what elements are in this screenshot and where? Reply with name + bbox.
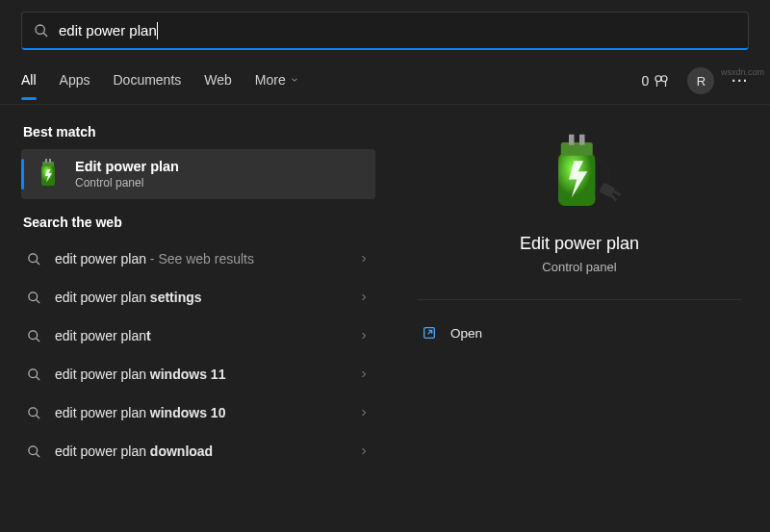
search-icon [27,291,41,305]
svg-point-3 [661,76,667,82]
best-match-title: Edit power plan [75,159,179,174]
search-icon [27,329,41,343]
svg-point-0 [36,25,44,34]
chevron-right-icon [358,253,370,265]
results-left-column: Best match Edit power plan Control panel… [21,118,375,470]
web-result-item[interactable]: edit power plan - See web results [21,240,375,278]
detail-pane: Edit power plan Control panel Open [375,118,762,470]
web-result-text: edit power plan - See web results [55,251,358,266]
chevron-down-icon [290,75,299,85]
chevron-right-icon [358,291,370,303]
search-icon [27,444,41,459]
search-icon [27,406,41,420]
svg-point-19 [29,445,38,454]
chevron-right-icon [358,330,370,342]
web-result-item[interactable]: edit power plant [21,317,375,355]
svg-point-17 [29,407,38,416]
svg-rect-24 [579,135,585,145]
detail-title: Edit power plan [520,234,639,254]
svg-rect-5 [42,162,54,166]
detail-card: Edit power plan Control panel [418,126,741,300]
web-result-item[interactable]: edit power plan windows 10 [21,393,375,432]
svg-point-2 [655,76,661,82]
search-input-text[interactable]: edit power plan [59,22,157,38]
svg-line-28 [614,191,621,195]
web-result-item[interactable]: edit power plan windows 11 [21,355,375,393]
svg-rect-22 [561,142,593,156]
svg-line-16 [37,376,39,379]
search-icon [27,252,41,266]
svg-line-12 [37,299,39,302]
section-best-match-header: Best match [23,124,373,139]
web-result-item[interactable]: edit power plan settings [21,278,375,317]
svg-rect-7 [49,159,51,163]
search-bar[interactable]: edit power plan [21,12,749,50]
power-plan-icon [33,159,64,190]
web-result-text: edit power plan settings [55,290,358,305]
user-avatar[interactable]: R [687,67,714,94]
svg-line-27 [611,195,617,201]
svg-line-18 [37,415,39,418]
open-action[interactable]: Open [418,314,741,352]
chevron-right-icon [358,368,370,380]
search-icon [27,367,41,382]
best-match-subtitle: Control panel [75,176,179,190]
open-label: Open [450,326,482,341]
svg-line-14 [37,338,39,341]
web-result-text: edit power plan download [55,443,358,459]
text-cursor [157,22,158,39]
rewards-count: 0 [642,73,650,89]
filter-tabs: All Apps Documents Web More [21,72,299,99]
tab-documents[interactable]: Documents [113,72,181,99]
web-results-list: edit power plan - See web resultsedit po… [21,240,375,470]
tab-apps[interactable]: Apps [60,72,90,99]
filter-tabs-row: All Apps Documents Web More 0 R ··· [0,50,770,105]
svg-rect-23 [569,135,575,145]
detail-actions: Open [418,300,741,352]
search-icon [34,23,49,38]
open-icon [422,325,437,341]
svg-line-10 [37,261,39,264]
tab-more[interactable]: More [255,72,299,99]
tab-all[interactable]: All [21,72,37,99]
svg-point-15 [29,368,38,377]
best-match-item[interactable]: Edit power plan Control panel [21,149,375,199]
chevron-right-icon [358,445,370,457]
rewards-icon [653,72,670,89]
svg-rect-6 [45,159,47,163]
power-plan-large-icon [537,132,622,216]
web-result-item[interactable]: edit power plan download [21,432,375,470]
web-result-text: edit power plan windows 10 [55,405,358,420]
section-search-web-header: Search the web [23,215,373,230]
svg-line-1 [43,33,47,37]
svg-point-9 [29,253,38,262]
chevron-right-icon [358,407,370,418]
watermark-text: wsxdn.com [721,67,764,77]
detail-subtitle: Control panel [542,260,616,274]
results-content: Best match Edit power plan Control panel… [0,105,770,470]
web-result-text: edit power plant [55,328,358,343]
tab-more-label: More [255,72,286,88]
svg-line-20 [37,453,39,456]
tab-web[interactable]: Web [204,72,232,99]
svg-point-11 [29,291,38,300]
svg-point-13 [29,330,38,339]
rewards-button[interactable]: 0 [642,72,671,89]
best-match-text: Edit power plan Control panel [75,159,179,190]
web-result-text: edit power plan windows 11 [55,367,358,382]
